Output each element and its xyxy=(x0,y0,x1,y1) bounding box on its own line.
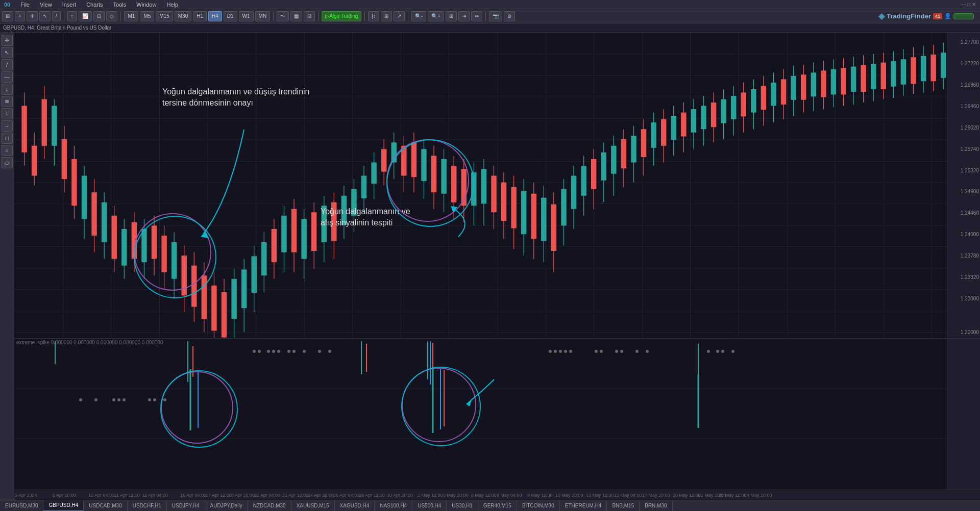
tf-m5[interactable]: M5 xyxy=(140,11,154,21)
indicator-chart[interactable]: extreme_spike 0.000000 0.000000 0.000000… xyxy=(14,339,980,490)
menu-file[interactable]: File xyxy=(18,2,32,8)
tab-xauusd-m15[interactable]: XAUUSD,M15 xyxy=(291,500,335,512)
chart-type-bar[interactable]: ▦ xyxy=(290,11,302,21)
tab-ethereum-h4[interactable]: ETHEREUM,H4 xyxy=(560,500,607,512)
chart-info-bar: GBPUSD, H4: Great Britain Pound vs US Do… xyxy=(0,23,980,33)
svg-point-221 xyxy=(569,350,572,353)
new-chart-btn[interactable]: ⊞ xyxy=(2,11,13,21)
screenshot-btn[interactable]: 📷 xyxy=(489,11,502,21)
tf-m30[interactable]: M30 xyxy=(175,11,191,21)
svg-rect-25 xyxy=(141,229,146,262)
crosshair-left-btn[interactable]: ✛ xyxy=(2,35,13,46)
tab-us30-h1[interactable]: US30,H1 xyxy=(447,500,478,512)
arrow-btn[interactable]: → xyxy=(2,120,13,132)
arrow-left-btn[interactable]: ↖ xyxy=(2,47,13,58)
chart-type-line[interactable]: 〜 xyxy=(277,11,289,21)
svg-point-211 xyxy=(277,350,280,353)
svg-rect-165 xyxy=(841,68,846,94)
tab-bnb-m15[interactable]: BNB,M15 xyxy=(607,500,640,512)
price-chart[interactable]: Yoğun dalgalanmanın ve düşüş trendinin t… xyxy=(14,33,980,339)
svg-point-238 xyxy=(153,398,156,401)
tab-gbpusd-h4[interactable]: GBPUSD,H4 xyxy=(43,500,84,512)
zoom-in-btn[interactable]: + xyxy=(15,11,25,21)
objects-btn[interactable]: ≡ xyxy=(67,11,78,21)
svg-point-239 xyxy=(163,398,166,401)
menu-charts[interactable]: Charts xyxy=(84,2,105,8)
tab-audjpy-daily[interactable]: AUDJPY,Daily xyxy=(205,500,248,512)
algo-trading-btn[interactable]: ▷ Algo Trading xyxy=(322,11,361,21)
sep5 xyxy=(364,12,365,21)
zoom-in-btn2[interactable]: 🔍+ xyxy=(428,11,444,21)
svg-point-234 xyxy=(112,398,115,401)
fix-scale-btn[interactable]: ⇔ xyxy=(471,11,482,21)
trendline-btn[interactable]: ↗ xyxy=(394,11,405,21)
depth-btn[interactable]: ⊞ xyxy=(381,11,392,21)
hline-btn[interactable]: — xyxy=(2,71,13,83)
crosshair-btn[interactable]: ✛ xyxy=(27,11,38,21)
chart-type-candle[interactable]: ⊟ xyxy=(304,11,315,21)
toggle-switch[interactable] xyxy=(953,13,974,19)
tab-nzdcad-m30[interactable]: NZDCAD,M30 xyxy=(248,500,291,512)
tab-nas100-h4[interactable]: NAS100,H4 xyxy=(375,500,412,512)
notification-badge: 41 xyxy=(933,13,942,19)
ellipse-btn[interactable]: ⬭ xyxy=(2,157,13,168)
svg-point-226 xyxy=(635,350,639,353)
svg-point-215 xyxy=(318,350,321,353)
svg-point-224 xyxy=(615,350,618,353)
tf-mn[interactable]: MN xyxy=(255,11,271,21)
fib-btn[interactable]: ≋ xyxy=(2,96,13,107)
svg-marker-250 xyxy=(466,400,472,406)
tab-usdchf-h1[interactable]: USDCHF,H1 xyxy=(128,500,167,512)
menu-view[interactable]: View xyxy=(38,2,54,8)
tf-m1[interactable]: M1 xyxy=(124,11,138,21)
price-1.260: 1.26020 xyxy=(961,124,979,130)
line-draw-btn[interactable]: / xyxy=(2,59,13,70)
circle-btn[interactable]: ○ xyxy=(2,145,13,156)
tab-xagusd-h4[interactable]: XAGUSD,H4 xyxy=(335,500,375,512)
line-btn[interactable]: / xyxy=(52,11,61,21)
tf-h1[interactable]: H1 xyxy=(193,11,207,21)
svg-rect-159 xyxy=(811,72,816,96)
zoom-out-btn2[interactable]: 🔍- xyxy=(411,11,426,21)
time-label: 2 May 12:00 xyxy=(418,493,443,498)
svg-rect-93 xyxy=(481,169,486,203)
tf-d1[interactable]: D1 xyxy=(224,11,237,21)
shapes-btn[interactable]: ◇ xyxy=(106,11,117,21)
menu-help[interactable]: Help xyxy=(164,2,180,8)
autoscroll-btn[interactable]: ⇥ xyxy=(458,11,470,21)
tf-h4[interactable]: H4 xyxy=(208,11,222,21)
text-btn[interactable]: T xyxy=(2,108,13,119)
indicator-svg xyxy=(14,339,980,490)
tab-us500-h4[interactable]: US500,H4 xyxy=(412,500,447,512)
price-1.233: 1.23320 xyxy=(961,274,979,280)
time-label: 8 May 04:00 xyxy=(497,493,522,498)
price-1.240: 1.24000 xyxy=(961,232,979,237)
cursor-btn[interactable]: ↖ xyxy=(39,11,51,21)
menu-window[interactable]: Window xyxy=(134,2,158,8)
one-click-btn[interactable]: |↕ xyxy=(368,11,379,21)
svg-point-247 xyxy=(161,371,237,447)
channel-btn[interactable]: ⫰ xyxy=(2,84,13,95)
tab-brn-m30[interactable]: BRN,M30 xyxy=(640,500,672,512)
tab-usdjpy-h4[interactable]: USDJPY,H4 xyxy=(167,500,205,512)
templates-btn[interactable]: ⊡ xyxy=(93,11,105,21)
svg-point-212 xyxy=(287,350,290,353)
time-label: 23 May 12:00 xyxy=(719,493,747,498)
menu-insert[interactable]: Insert xyxy=(60,2,79,8)
tf-m15[interactable]: M15 xyxy=(156,11,173,21)
indicators-btn[interactable]: 📈 xyxy=(79,11,92,21)
svg-rect-129 xyxy=(661,119,666,146)
tf-w1[interactable]: W1 xyxy=(239,11,254,21)
tab-bitcoin-m30[interactable]: BITCOIN,M30 xyxy=(517,500,560,512)
sep6 xyxy=(408,12,408,21)
rect-btn[interactable]: □ xyxy=(2,133,13,144)
tab-eurusd-m30[interactable]: EURUSD,M30 xyxy=(0,500,43,512)
period-sep-btn[interactable]: ⊘ xyxy=(504,11,515,21)
time-label: 10 Apr 04:00 xyxy=(88,493,114,498)
tab-ger40-m15[interactable]: GER40,M15 xyxy=(478,500,517,512)
tab-usdcad-m30[interactable]: USDCAD,M30 xyxy=(84,500,127,512)
grid-btn[interactable]: ⊞ xyxy=(446,11,457,21)
menu-tools[interactable]: Tools xyxy=(111,2,129,8)
svg-rect-35 xyxy=(191,266,197,307)
svg-point-237 xyxy=(148,398,151,401)
